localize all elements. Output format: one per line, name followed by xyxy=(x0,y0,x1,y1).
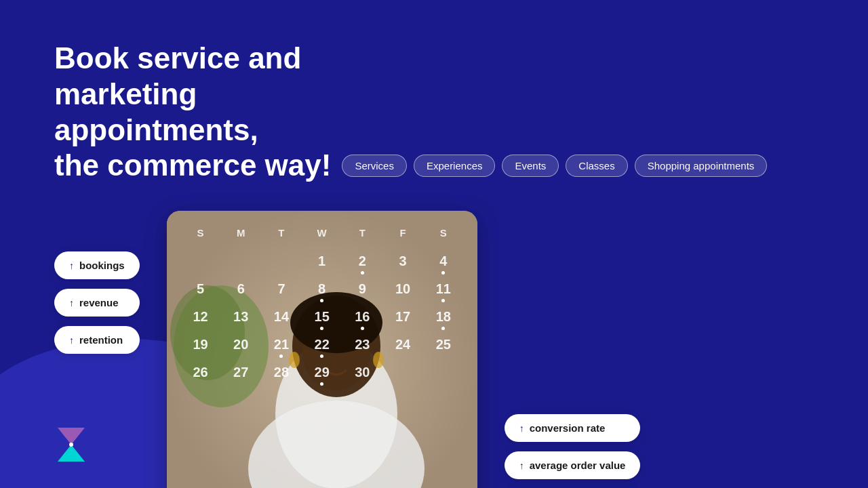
metric-revenue: ↑revenue xyxy=(54,289,140,317)
calendar-dot xyxy=(361,271,364,274)
calendar-date: 17 xyxy=(395,309,410,324)
calendar-cell[interactable]: 4 xyxy=(423,248,464,276)
tag-classes[interactable]: Classes xyxy=(566,155,627,177)
metric-label-revenue: revenue xyxy=(79,297,119,308)
arrow-conversion_rate: ↑ xyxy=(519,423,524,434)
tag-experiences[interactable]: Experiences xyxy=(414,155,496,177)
calendar-date: 4 xyxy=(439,253,447,268)
calendar-cell xyxy=(180,248,221,276)
calendar-date: 30 xyxy=(355,365,370,380)
calendar-cell[interactable]: 26 xyxy=(180,359,221,387)
logo-mark xyxy=(54,424,88,468)
calendar-date: 3 xyxy=(399,253,407,268)
metric-retention: ↑retention xyxy=(54,326,140,354)
calendar-cell xyxy=(382,359,423,387)
calendar-cell[interactable]: 11 xyxy=(423,276,464,304)
calendar-cell[interactable]: 1 xyxy=(302,248,342,276)
calendar-cell[interactable]: 7 xyxy=(261,276,302,304)
calendar-day-name: W xyxy=(302,224,342,241)
calendar-cell xyxy=(261,248,302,276)
svg-marker-12 xyxy=(58,445,85,462)
metric-average_order_value: ↑average order value xyxy=(505,451,641,479)
calendar-cell[interactable]: 6 xyxy=(220,276,261,304)
metric-label-conversion_rate: conversion rate xyxy=(530,422,606,434)
calendar-date: 29 xyxy=(315,365,330,380)
hero-section: Book service and marketing appointments,… xyxy=(54,41,814,184)
arrow-retention: ↑ xyxy=(69,335,74,346)
calendar-date: 6 xyxy=(237,281,245,296)
calendar-cell[interactable]: 24 xyxy=(382,331,423,359)
calendar-card: SMTWTFS 12345678910111213141516171819202… xyxy=(167,211,477,488)
calendar-date: 21 xyxy=(274,337,289,352)
tags-row: ServicesExperiencesEventsClassesShopping… xyxy=(342,155,767,177)
calendar-date: 11 xyxy=(436,281,451,296)
metric-conversion_rate: ↑conversion rate xyxy=(505,414,641,442)
calendar-date: 12 xyxy=(193,309,208,324)
arrow-average_order_value: ↑ xyxy=(519,460,524,471)
calendar-cell[interactable]: 23 xyxy=(342,331,383,359)
calendar-cell[interactable]: 5 xyxy=(180,276,221,304)
calendar-date: 28 xyxy=(274,365,289,380)
tag-shopping[interactable]: Shopping appointments xyxy=(635,155,768,177)
calendar-date: 8 xyxy=(318,281,326,296)
calendar-overlay: SMTWTFS 12345678910111213141516171819202… xyxy=(167,211,477,488)
calendar-date: 18 xyxy=(436,309,451,324)
calendar-cell[interactable]: 18 xyxy=(423,304,464,331)
hero-title-line1: Book service and marketing appointments, xyxy=(54,41,380,148)
calendar-date: 10 xyxy=(395,281,410,296)
calendar-dot xyxy=(320,327,323,330)
calendar-day-name: S xyxy=(180,224,221,241)
calendar-day-name: S xyxy=(423,224,464,241)
calendar-date: 27 xyxy=(233,365,248,380)
calendar-date: 19 xyxy=(193,337,208,352)
svg-marker-11 xyxy=(58,428,85,445)
calendar-cell[interactable]: 21 xyxy=(261,331,302,359)
calendar-day-name: T xyxy=(261,224,302,241)
calendar-cell[interactable]: 19 xyxy=(180,331,221,359)
calendar-date: 5 xyxy=(197,281,204,296)
calendar-dot xyxy=(441,299,445,302)
calendar-date: 2 xyxy=(359,253,366,268)
calendar-cell[interactable]: 20 xyxy=(220,331,261,359)
calendar-dot xyxy=(441,327,445,330)
calendar-cell[interactable]: 22 xyxy=(302,331,342,359)
hero-title-line2: the commerce way! xyxy=(54,148,331,184)
calendar-cell[interactable]: 30 xyxy=(342,359,383,387)
calendar-grid: 1234567891011121314151617181920212223242… xyxy=(180,248,464,387)
calendar-date: 13 xyxy=(233,309,248,324)
calendar-cell[interactable]: 17 xyxy=(382,304,423,331)
left-metrics: ↑bookings↑revenue↑retention xyxy=(54,211,140,354)
tag-services[interactable]: Services xyxy=(342,155,407,177)
calendar-cell[interactable]: 14 xyxy=(261,304,302,331)
calendar-date: 20 xyxy=(233,337,248,352)
calendar-date: 16 xyxy=(355,309,370,324)
calendar-cell[interactable]: 13 xyxy=(220,304,261,331)
calendar-cell[interactable]: 9 xyxy=(342,276,383,304)
calendar-dot xyxy=(361,327,364,330)
calendar-cell[interactable]: 3 xyxy=(382,248,423,276)
calendar-date: 7 xyxy=(277,281,285,296)
arrow-bookings: ↑ xyxy=(69,260,74,271)
calendar-cell[interactable]: 2 xyxy=(342,248,383,276)
calendar-cell[interactable]: 27 xyxy=(220,359,261,387)
calendar-cell[interactable]: 8 xyxy=(302,276,342,304)
metric-bookings: ↑bookings xyxy=(54,251,140,279)
metric-label-average_order_value: average order value xyxy=(530,460,626,471)
calendar-cell[interactable]: 12 xyxy=(180,304,221,331)
right-metrics: ↑conversion rate↑average order value↓car… xyxy=(505,211,641,488)
calendar-dot xyxy=(320,382,323,386)
calendar-cell[interactable]: 10 xyxy=(382,276,423,304)
calendar-cell[interactable]: 29 xyxy=(302,359,342,387)
calendar-day-name: M xyxy=(220,224,261,241)
calendar-date: 25 xyxy=(436,337,451,352)
calendar-cell[interactable]: 25 xyxy=(423,331,464,359)
calendar-cell[interactable]: 15 xyxy=(302,304,342,331)
calendar-header: SMTWTFS xyxy=(180,224,464,241)
metric-label-bookings: bookings xyxy=(79,260,125,271)
calendar-cell[interactable]: 28 xyxy=(261,359,302,387)
calendar-cell xyxy=(220,248,261,276)
tag-events[interactable]: Events xyxy=(502,155,559,177)
calendar-date: 1 xyxy=(318,253,326,268)
calendar-cell[interactable]: 16 xyxy=(342,304,383,331)
main-layout: ↑bookings↑revenue↑retention xyxy=(54,211,814,488)
